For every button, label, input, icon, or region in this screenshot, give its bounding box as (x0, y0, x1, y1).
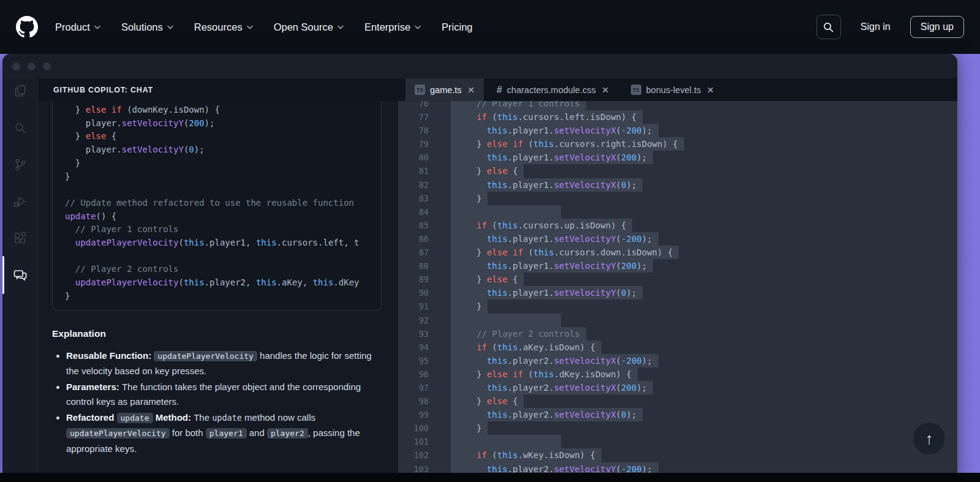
code-line: 83} (398, 192, 957, 205)
line-number: 87 (398, 246, 429, 259)
editor-tab-bonus-level-ts[interactable]: TSbonus-level.ts× (622, 78, 723, 101)
search-button[interactable] (816, 15, 841, 39)
chevron-down-icon (415, 25, 421, 29)
explanation-bullet: Reusable Function: updatePlayerVelocity … (66, 348, 386, 379)
line-number: 99 (398, 408, 429, 421)
chat-code-line: } (65, 157, 381, 170)
explanation-bullet: Parameters: The function takes the playe… (66, 380, 386, 410)
line-number: 76 (398, 101, 429, 110)
source-control-icon[interactable] (11, 156, 29, 174)
line-number: 82 (398, 178, 429, 192)
code-line: 89} else { (398, 273, 957, 286)
search-sidebar-icon[interactable] (11, 119, 29, 137)
line-number: 101 (398, 435, 429, 448)
line-number: 92 (398, 314, 429, 327)
line-number: 83 (398, 192, 429, 205)
nav-right: Sign in Sign up (816, 15, 964, 39)
code-line: 102if (this.wKey.isDown) { (398, 448, 957, 462)
code-line: 96} else if (this.dKey.isDown) { (398, 367, 957, 381)
code-line: 98} else { (398, 394, 957, 408)
sign-in-link[interactable]: Sign in (861, 21, 891, 32)
nav-item-pricing[interactable]: Pricing (442, 21, 472, 33)
line-number: 90 (398, 286, 429, 299)
search-icon (823, 22, 834, 32)
chat-code-line: } else if (downKey.isDown) { (65, 104, 381, 117)
code-line: 100} (398, 421, 957, 435)
nav-item-enterprise[interactable]: Enterprise (364, 21, 421, 33)
scroll-to-top-button[interactable]: ↑ (913, 422, 946, 455)
nav-item-product[interactable]: Product (55, 21, 100, 33)
window-titlebar (2, 54, 957, 78)
copilot-chat-header: GITHUB COPILOT: CHAT (38, 78, 398, 101)
chevron-down-icon (167, 25, 173, 29)
nav-item-open-source[interactable]: Open Source (274, 21, 344, 33)
line-number: 80 (398, 151, 429, 164)
github-logo[interactable] (16, 16, 38, 38)
code-line: 78 this.player1.setVelocityX(-200); (398, 124, 957, 137)
code-line: 97 this.player2.setVelocityX(200); (398, 381, 957, 394)
line-number: 91 (398, 299, 429, 313)
chat-code-line: } else { (65, 130, 381, 143)
chat-code-line: player.setVelocityY(200); (65, 117, 381, 130)
window-control-dot (28, 62, 36, 70)
line-number: 94 (398, 341, 429, 354)
code-line: 92 (398, 314, 957, 327)
editor-tab-bar: TSgame.ts×#characters.module.css×TSbonus… (398, 78, 726, 101)
typescript-icon: TS (631, 85, 641, 95)
activity-bar (2, 54, 38, 482)
chat-icon[interactable] (11, 266, 29, 284)
line-number: 77 (398, 110, 429, 124)
explanation-bullet: Refactored update Method: The update met… (66, 410, 386, 457)
code-line: 76// Player 1 controls (398, 101, 957, 110)
line-number: 86 (398, 232, 429, 246)
code-line: 81} else { (398, 164, 957, 178)
editor-tab-game-ts[interactable]: TSgame.ts× (405, 78, 484, 101)
code-line: 94if (this.aKey.isDown) { (398, 341, 957, 354)
editor-tab-characters-module-css[interactable]: #characters.module.css× (488, 78, 618, 101)
code-line: 91} (398, 299, 957, 313)
css-hash-icon: # (497, 85, 502, 96)
code-line: 88 this.player1.setVelocityY(200); (398, 259, 957, 273)
sign-up-button[interactable]: Sign up (910, 16, 964, 38)
chat-code-line (65, 183, 381, 197)
nav-item-solutions[interactable]: Solutions (121, 21, 173, 33)
extensions-icon[interactable] (11, 229, 29, 247)
nav-item-resources[interactable]: Resources (194, 21, 253, 33)
line-number: 93 (398, 327, 429, 341)
chat-code-line: // Update method refactored to use the r… (65, 197, 381, 210)
editor-code-area: 76// Player 1 controls77if (this.cursors… (398, 101, 957, 476)
close-icon[interactable]: × (468, 84, 475, 96)
chat-code-line: updatePlayerVelocity(this.player1, this.… (65, 236, 381, 250)
chat-code-line: } (65, 170, 381, 184)
line-number: 100 (398, 421, 429, 435)
explanation-heading: Explanation (52, 328, 386, 339)
code-line: 95 this.player2.setVelocityX(-200); (398, 354, 957, 367)
panel-header-band: GITHUB COPILOT: CHAT TSgame.ts×#characte… (38, 78, 957, 101)
run-debug-icon[interactable] (11, 192, 29, 211)
nav-menu: ProductSolutionsResourcesOpen SourceEnte… (55, 21, 473, 33)
code-line: 82 this.player1.setVelocityX(0); (398, 178, 957, 192)
line-number: 78 (398, 124, 429, 137)
close-icon[interactable]: × (707, 84, 714, 96)
chat-code-line: update() { (65, 210, 381, 224)
line-number: 96 (398, 367, 429, 381)
active-view-indicator (2, 256, 4, 294)
chevron-down-icon (337, 25, 344, 29)
line-number: 89 (398, 273, 429, 286)
close-icon[interactable]: × (602, 84, 609, 96)
code-line: 79} else if (this.cursors.right.isDown) … (398, 137, 957, 151)
line-number: 79 (398, 137, 429, 151)
line-number: 81 (398, 164, 429, 178)
chat-code-line: // Player 2 controls (65, 263, 381, 276)
tab-label: characters.module.css (507, 85, 596, 95)
explanation-list: Reusable Function: updatePlayerVelocity … (55, 348, 386, 457)
files-icon[interactable] (11, 82, 29, 100)
line-number: 88 (398, 259, 429, 273)
code-line: 84 (398, 205, 957, 219)
chat-code-line: } (65, 290, 381, 303)
chevron-down-icon (94, 25, 100, 29)
chevron-down-icon (247, 25, 253, 29)
line-number: 84 (398, 205, 429, 219)
code-line: 93// Player 2 controls (398, 327, 957, 341)
code-line: 77if (this.cursors.left.isDown) { (398, 110, 957, 124)
